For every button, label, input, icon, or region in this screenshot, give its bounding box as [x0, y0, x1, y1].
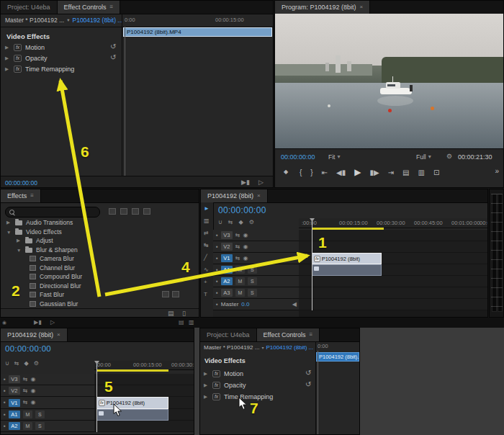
sync-lock-icon[interactable]: ⇆: [235, 233, 240, 238]
playback-resolution-select[interactable]: Full ▾: [416, 153, 431, 161]
linked-selection-icon[interactable]: ⇆: [228, 220, 233, 225]
track-a2-label[interactable]: A2: [9, 422, 20, 430]
track-content-master[interactable]: [299, 299, 487, 310]
track-header-a1[interactable]: ▪ A1 M S: [213, 264, 299, 276]
sync-lock-icon[interactable]: ⇆: [23, 377, 28, 382]
timeline-settings-icon[interactable]: ⚙: [249, 220, 254, 225]
close-icon[interactable]: ×: [257, 193, 261, 199]
mute-button[interactable]: M: [235, 277, 245, 285]
twirl-open-icon[interactable]: ▼: [17, 248, 22, 253]
eye-icon[interactable]: ◉: [31, 388, 36, 394]
panel-menu-icon[interactable]: ≡: [109, 4, 113, 10]
time-ruler[interactable]: :00:00 00:00:15:00 00:00:30:00 00:00:45:…: [299, 218, 487, 228]
track-a2-label[interactable]: A2: [221, 277, 233, 285]
reset-effect-icon[interactable]: ↺: [110, 54, 116, 61]
fx-badge-icon[interactable]: fx: [212, 370, 220, 377]
lock-icon[interactable]: ▪: [4, 412, 6, 418]
extract-icon[interactable]: ▥: [418, 169, 425, 176]
export-frame-icon[interactable]: ⊡: [433, 169, 439, 176]
twirl-closed-icon[interactable]: ▶: [204, 371, 209, 377]
mute-button[interactable]: M: [235, 289, 245, 297]
fit-select[interactable]: Fit ▾: [328, 153, 340, 161]
add-marker-icon[interactable]: ◆: [239, 220, 243, 225]
eye-icon[interactable]: ◉: [31, 377, 36, 382]
reset-effect-icon[interactable]: ↺: [305, 369, 311, 377]
timeline-playhead[interactable]: [312, 218, 312, 310]
ec-bottom-timecode[interactable]: 00:00:00:00: [5, 179, 37, 187]
close-icon[interactable]: ×: [57, 332, 60, 338]
solo-button[interactable]: S: [248, 266, 257, 274]
tab-sequence[interactable]: P1004192 (8bit) ×: [201, 189, 268, 202]
lock-icon[interactable]: ▪: [4, 388, 6, 394]
tree-folder-adjust[interactable]: ▶ Adjust: [17, 236, 53, 245]
effect-name[interactable]: Opacity: [224, 382, 246, 389]
master-clip-label[interactable]: Master * P1004192 ...: [5, 17, 64, 24]
solo-button[interactable]: S: [248, 289, 257, 297]
mute-button[interactable]: M: [23, 422, 32, 430]
track-header-a3[interactable]: ▪ A3 M S: [213, 287, 299, 299]
strip-extract-icon[interactable]: ▥: [189, 320, 194, 326]
track-a1-label[interactable]: A1: [9, 411, 20, 418]
track-v2-label[interactable]: V2: [9, 387, 20, 395]
track-v1-label[interactable]: V1: [221, 254, 233, 262]
track-content-a3[interactable]: [299, 287, 487, 299]
chevron-down-icon[interactable]: ▾: [67, 17, 69, 23]
timeline-clip-video[interactable]: fx P1004192 (8bit): [312, 253, 382, 264]
strip-play-in-icon[interactable]: ▶▮: [34, 320, 42, 326]
tree-item-channel-blur[interactable]: Channel Blur: [30, 264, 75, 272]
twirl-closed-icon[interactable]: ▶: [5, 45, 10, 50]
twirl-open-icon[interactable]: ▼: [6, 230, 12, 235]
strip-play-icon[interactable]: ▷: [50, 320, 55, 326]
twirl-closed-icon[interactable]: ▶: [6, 220, 12, 225]
active-clip-label[interactable]: P1004192 (8bit) ...: [72, 17, 122, 24]
master-clip-label[interactable]: Master * P1004192 ...: [204, 344, 259, 351]
tree-item-fast-blur[interactable]: Fast Blur: [30, 290, 64, 299]
master-level-value[interactable]: 0.0: [241, 301, 249, 308]
lock-icon[interactable]: ▪: [216, 267, 218, 273]
effect-name[interactable]: Time Remapping: [25, 66, 74, 73]
track-content-v2[interactable]: [299, 241, 487, 253]
tree-folder-video-effects[interactable]: ▼ Video Effects: [6, 228, 62, 236]
fx-badge-icon[interactable]: fx: [14, 44, 22, 51]
mark-out-icon[interactable]: }: [310, 169, 312, 176]
snap-icon[interactable]: ∪: [5, 361, 9, 367]
active-clip-label[interactable]: P1004192 (8bit) ...: [266, 344, 313, 351]
linked-selection-icon[interactable]: ⇆: [14, 361, 19, 367]
effect-name[interactable]: Time Remapping: [224, 393, 273, 400]
track-v3-label[interactable]: V3: [221, 231, 233, 239]
sync-lock-icon[interactable]: ⇆: [235, 244, 240, 250]
eye-icon[interactable]: ◉: [243, 244, 248, 250]
mute-button[interactable]: M: [23, 411, 32, 418]
step-forward-icon[interactable]: ▮▶: [370, 169, 379, 176]
panel-menu-icon[interactable]: ≡: [30, 193, 34, 199]
step-back-icon[interactable]: ◀▮: [336, 169, 346, 176]
tree-item-compound-blur[interactable]: Compound Blur: [30, 272, 82, 281]
tab-sequence[interactable]: P1004192 (8bit) ×: [1, 328, 68, 341]
twirl-closed-icon[interactable]: ▶: [204, 394, 209, 400]
lock-icon[interactable]: ▪: [216, 302, 218, 308]
filter-yuv-icon[interactable]: [132, 208, 139, 215]
ec-clip-bar[interactable]: P1004192 (8bit)...: [316, 352, 359, 362]
effects-search-input[interactable]: [5, 207, 100, 218]
fx-badge-icon[interactable]: fx: [212, 393, 220, 400]
timeline-playhead[interactable]: [96, 361, 97, 432]
effect-row-opacity[interactable]: ▶ fx Opacity: [204, 380, 246, 390]
tool-razor-icon[interactable]: ╱: [204, 254, 207, 261]
lock-icon[interactable]: ▪: [216, 290, 218, 296]
ec-playhead[interactable]: [318, 351, 318, 434]
effect-row-time-remapping[interactable]: ▶ fx Time Remapping: [204, 392, 273, 401]
new-bin-icon[interactable]: ▤: [168, 310, 174, 317]
track-header-v2[interactable]: ▪ V2 ⇆ ◉: [1, 385, 94, 397]
track-v1-label[interactable]: V1: [9, 399, 20, 407]
track-content-v3[interactable]: [299, 230, 487, 241]
timeline-settings-icon[interactable]: ⚙: [34, 361, 39, 367]
twirl-closed-icon[interactable]: ▶: [5, 66, 10, 72]
track-a1-label[interactable]: A1: [221, 266, 233, 274]
eye-icon[interactable]: ◉: [31, 400, 36, 405]
more-buttons-icon[interactable]: »: [495, 167, 499, 175]
tab-program[interactable]: Program: P1004192 (8bit) ×: [275, 1, 370, 14]
reset-effect-icon[interactable]: ↺: [110, 43, 116, 50]
tool-ripple-edit-icon[interactable]: ⇄: [204, 230, 209, 236]
track-header-a1[interactable]: ▪ A1 M S: [1, 409, 94, 421]
tree-folder-blur-sharpen[interactable]: ▼ Blur & Sharpen: [17, 246, 78, 254]
